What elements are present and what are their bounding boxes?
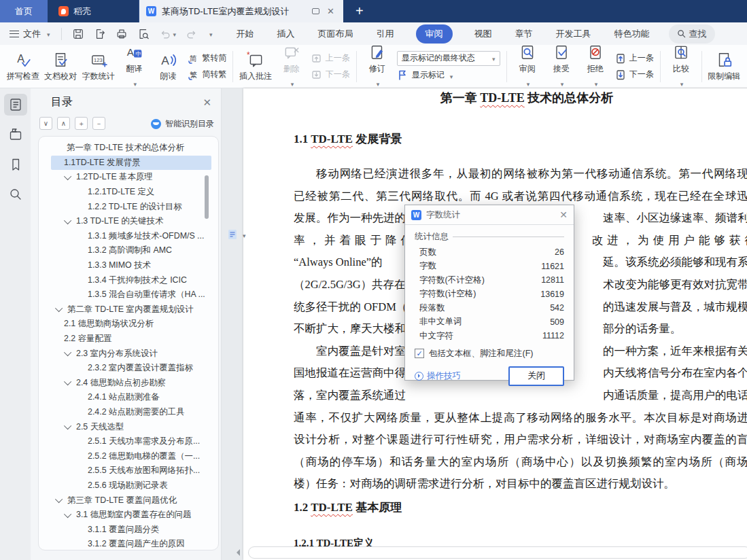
page-settings-button[interactable]: [226, 228, 246, 241]
dialog-titlebar[interactable]: W 字数统计 ✕: [405, 205, 574, 225]
include-footnotes-checkbox-row[interactable]: ✓ 包括文本框、脚注和尾注(F): [415, 348, 564, 360]
chevron-down-icon[interactable]: [64, 349, 71, 356]
toc-item[interactable]: 1.3.2 高阶调制和 AMC: [51, 243, 211, 258]
toc-item[interactable]: 2.2 容量配置: [51, 332, 211, 347]
toc-item[interactable]: 2.5.1 天线功率需求及分布原...: [51, 434, 211, 449]
next-comment-button[interactable]: 下一条: [311, 68, 350, 82]
toc-item[interactable]: 3.1.2 覆盖问题产生的原因: [51, 537, 211, 550]
delete-comment-button[interactable]: 删除: [275, 41, 309, 92]
undo-button[interactable]: [154, 28, 181, 40]
accept-button[interactable]: 接受: [544, 41, 578, 92]
toc-item[interactable]: 第二章 TD-LTE 室内覆盖规划设计: [51, 302, 211, 317]
search-pane-button[interactable]: [4, 183, 27, 205]
toc-item[interactable]: 1.3.5 混合自动重传请求（HA ...: [51, 287, 211, 302]
word-count-button[interactable]: 123 字数统计: [80, 48, 117, 85]
scroll-left-arrow[interactable]: [233, 549, 240, 556]
read-aloud-button[interactable]: A 朗读: [151, 48, 185, 85]
toolbar-more-button[interactable]: [203, 29, 218, 39]
collapse-up-button[interactable]: ∧: [57, 117, 70, 130]
horizontal-scrollbar[interactable]: [248, 546, 747, 559]
translate-button[interactable]: A中 翻译: [117, 41, 151, 92]
toc-item[interactable]: 2.5.5 天线布放图和网络拓扑...: [51, 463, 211, 478]
review-button[interactable]: 审阅: [510, 41, 544, 92]
toc-item[interactable]: 2.4.2 站点勘测需要的工具: [51, 405, 211, 420]
prev-change-button[interactable]: 上一条: [615, 52, 654, 65]
toc-item[interactable]: 1.2.2 TD-LTE 的设计目标: [51, 199, 211, 214]
close-button[interactable]: 关闭: [508, 366, 564, 386]
file-menu-button[interactable]: 文件: [0, 28, 56, 40]
toc-item[interactable]: 2.1 德思勤商场状况分析: [51, 317, 211, 332]
menu-tab-insert[interactable]: 插入: [276, 25, 296, 43]
tab-docer[interactable]: 稻壳: [48, 0, 139, 22]
menu-tab-start[interactable]: 开始: [235, 25, 256, 43]
tab-preview-icon[interactable]: [312, 8, 319, 14]
chevron-down-icon[interactable]: [55, 304, 63, 312]
toc-item[interactable]: 1.3.1 频域多址技术-OFDM/S ...: [51, 229, 211, 244]
spell-check-button[interactable]: A 拼写检查: [4, 48, 41, 85]
show-markup-button[interactable]: 显示标记: [397, 69, 500, 82]
toc-item[interactable]: 1.3.4 干扰抑制技术之 ICIC: [51, 273, 211, 287]
reject-button[interactable]: 拒绝: [578, 41, 612, 92]
menu-tab-section[interactable]: 章节: [514, 25, 534, 43]
toc-item[interactable]: 2.4 德思勤站点初步勘察: [51, 376, 211, 391]
menu-tab-page-layout[interactable]: 页面布局: [317, 25, 355, 43]
chevron-down-icon[interactable]: [64, 217, 71, 224]
menu-tab-review-active[interactable]: 审阅: [416, 24, 453, 43]
tips-link[interactable]: 操作技巧: [415, 370, 461, 382]
toc-item[interactable]: 1.1TD-LTE 发展背景: [51, 156, 211, 171]
menu-tab-special-features[interactable]: 特色功能: [613, 25, 651, 43]
dialog-close-icon[interactable]: ✕: [559, 209, 568, 220]
markup-state-select[interactable]: 显示标记的最终状态: [397, 51, 500, 66]
redo-button[interactable]: [181, 28, 203, 40]
toc-item[interactable]: 2.3.2 室内覆盖设计覆盖指标: [51, 361, 211, 376]
outline-pane-button[interactable]: [4, 94, 27, 116]
toc-item[interactable]: 3.1.1 覆盖问题分类: [51, 522, 211, 537]
chevron-down-icon[interactable]: [64, 173, 71, 180]
toc-item[interactable]: 2.5 天线选型: [51, 419, 211, 434]
task-pane-button[interactable]: [4, 124, 27, 145]
toc-item[interactable]: 2.4.1 站点勘测准备: [51, 390, 211, 405]
toc-item[interactable]: 第一章 TD-LTE 技术的总体分析: [51, 141, 211, 156]
tab-close-icon[interactable]: ✕: [325, 6, 336, 16]
smart-toc-button[interactable]: 智能识别目录: [151, 118, 214, 130]
toc-scrollbar-thumb[interactable]: [205, 175, 209, 219]
next-change-button[interactable]: 下一条: [615, 68, 654, 82]
doc-proof-button[interactable]: 文档校对: [41, 48, 79, 85]
toc-item[interactable]: 3.1 德思勤室内覆盖存在的问题: [51, 508, 211, 523]
chevron-down-icon[interactable]: [64, 378, 71, 385]
save-button[interactable]: [67, 28, 89, 40]
expand-all-button[interactable]: ＋: [75, 117, 88, 130]
toc-item[interactable]: 1.2.1TD-LTE 定义: [51, 185, 211, 200]
collapse-all-button[interactable]: －: [92, 117, 105, 130]
trad-to-simp-button[interactable]: 简 繁转简: [188, 52, 226, 65]
toc-item[interactable]: 1.2TD-LTE 基本原理: [51, 170, 211, 185]
chevron-down-icon[interactable]: [64, 422, 71, 430]
toc-item[interactable]: 2.5.2 德思勤电梯的覆盖（一...: [51, 449, 211, 463]
track-changes-button[interactable]: 修订: [360, 41, 394, 92]
tab-home[interactable]: 首页: [0, 0, 48, 22]
bookmark-pane-button[interactable]: [4, 154, 27, 175]
checkbox-checked-icon[interactable]: ✓: [415, 349, 424, 358]
restrict-edit-button[interactable]: 限制编辑: [706, 48, 743, 85]
prev-comment-button[interactable]: 上一条: [311, 52, 350, 65]
toc-item[interactable]: 1.3.3 MIMO 技术: [51, 258, 211, 273]
simp-to-trad-button[interactable]: 繁 简转繁: [188, 68, 226, 82]
print-preview-button[interactable]: [133, 28, 154, 40]
export-button[interactable]: [89, 28, 111, 40]
compare-button[interactable]: 比较: [664, 41, 698, 92]
toc-item[interactable]: 1.3 TD-LTE 的关键技术: [51, 214, 211, 229]
toc-close-icon[interactable]: ✕: [203, 97, 211, 109]
chevron-down-icon[interactable]: [64, 510, 71, 518]
menu-tab-dev-tools[interactable]: 开发工具: [555, 25, 593, 43]
chevron-down-icon[interactable]: [55, 495, 63, 503]
menu-tab-references[interactable]: 引用: [375, 25, 396, 43]
toc-item[interactable]: 2.3 室内分布系统设计: [51, 346, 211, 361]
expand-down-button[interactable]: ∨: [39, 117, 52, 130]
menu-tab-view[interactable]: 视图: [473, 25, 493, 43]
tab-document[interactable]: W 某商场TD-LTE室内覆盖规划设计 ✕: [139, 0, 343, 22]
toc-item[interactable]: 第三章 TD-LTE 覆盖问题优化: [51, 493, 211, 508]
new-tab-button[interactable]: +: [343, 0, 376, 22]
insert-comment-button[interactable]: * 插入批注: [237, 48, 274, 85]
print-button[interactable]: [111, 28, 133, 40]
toc-item[interactable]: 2.5.6 现场勘测记录表: [51, 478, 211, 493]
